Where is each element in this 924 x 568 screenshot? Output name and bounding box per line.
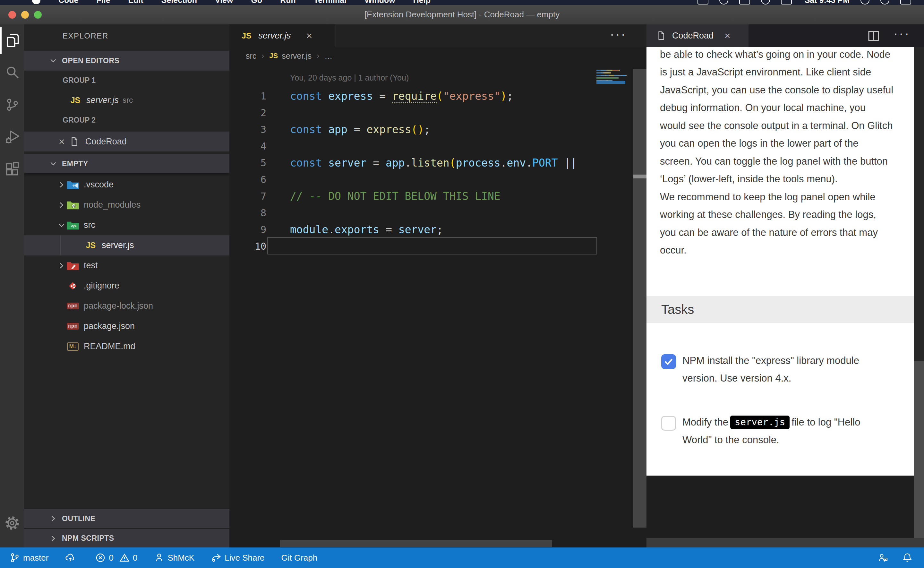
tree-item-src[interactable]: </>src (24, 215, 229, 235)
git-branch-item[interactable]: master (10, 553, 48, 563)
line-number[interactable]: 7 (229, 190, 266, 202)
code-line-9[interactable]: 9module.exports = server; (229, 221, 647, 238)
line-number[interactable]: 2 (229, 107, 266, 118)
npm-scripts-section-header[interactable]: NPM SCRIPTS (24, 529, 229, 547)
line-number[interactable]: 8 (229, 207, 266, 219)
code-line-6[interactable]: 6 (229, 171, 647, 188)
breadcrumb-folder[interactable]: src (246, 51, 256, 60)
menu-clock[interactable]: Sat 9:43 PM (805, 0, 850, 5)
sidebar-title: EXPLORER (63, 32, 109, 41)
open-editor-coderoad[interactable]: × CodeRoad (24, 131, 229, 151)
window-title: [Extension Development Host] - CodeRoad … (0, 5, 924, 24)
feedback-person-icon[interactable] (878, 553, 888, 563)
line-number[interactable]: 5 (229, 157, 266, 168)
problems-item[interactable]: 0 0 (95, 553, 137, 563)
code-line-4[interactable]: 4 (229, 137, 647, 154)
account-item[interactable]: ShMcK (154, 553, 194, 563)
code-line-1[interactable]: 1const express = require("express"); (229, 88, 647, 104)
panel-scrollbar[interactable] (914, 47, 924, 538)
minimap-line (597, 75, 632, 76)
menu-item-view[interactable]: View (215, 0, 233, 5)
code-editor[interactable]: 1const express = require("express");23co… (229, 88, 647, 254)
macos-menu-bar: CodeFileEditSelectionViewGoRunTerminalWi… (0, 0, 924, 5)
folder-section-header[interactable]: EMPTY (24, 154, 229, 173)
menu-item-code[interactable]: Code (59, 0, 78, 5)
menu-item-selection[interactable]: Selection (161, 0, 197, 5)
tree-item--gitignore[interactable]: .gitignore (24, 276, 229, 296)
editor-more-actions-icon[interactable]: ··· (610, 27, 627, 41)
notifications-bell-icon[interactable] (902, 553, 912, 563)
status-icon[interactable] (698, 0, 708, 5)
more-actions-icon[interactable]: ··· (894, 26, 910, 41)
breadcrumb-symbol[interactable]: … (324, 51, 332, 60)
split-editor-icon[interactable] (867, 30, 880, 44)
panel-bottom-strip (647, 538, 924, 547)
menu-item-terminal[interactable]: Terminal (314, 0, 347, 5)
line-number[interactable]: 1 (229, 91, 266, 102)
git-graph-item[interactable]: Git Graph (281, 553, 318, 563)
code-line-5[interactable]: 5const server = app.listen(process.env.P… (229, 154, 647, 171)
code-line-3[interactable]: 3const app = express(); (229, 121, 647, 137)
battery-icon[interactable] (781, 0, 792, 5)
close-icon[interactable]: × (59, 136, 65, 147)
tree-item-label: package.json (84, 321, 135, 331)
apple-logo-icon[interactable] (32, 0, 41, 4)
tree-item-label: node_modules (84, 200, 140, 210)
search-icon[interactable] (0, 56, 24, 89)
editor-panel-sash[interactable] (633, 69, 647, 527)
tab-serverjs[interactable]: JS server.js × (229, 24, 336, 47)
open-editor-serverjs[interactable]: JS server.js src (24, 91, 229, 110)
status-icon[interactable] (739, 0, 750, 5)
tab-coderoad[interactable]: CodeRoad × (647, 24, 749, 47)
scrollbar-thumb[interactable] (633, 175, 647, 178)
tree-item-node-modules[interactable]: JSnode_modules (24, 195, 229, 215)
tree-item-server-js[interactable]: JSserver.js (24, 235, 229, 255)
close-icon[interactable]: × (306, 30, 312, 41)
extensions-icon[interactable] (0, 153, 24, 185)
line-number[interactable]: 10 (229, 241, 266, 252)
tab-label: CodeRoad (672, 31, 713, 41)
task-checkbox[interactable] (661, 354, 676, 369)
menu-item-go[interactable]: Go (251, 0, 262, 5)
tree-item-package-json[interactable]: npmpackage.json (24, 316, 229, 336)
run-debug-icon[interactable] (0, 121, 24, 153)
settings-gear-icon[interactable] (0, 507, 24, 539)
code-line-8[interactable]: 8 (229, 204, 647, 221)
status-icon[interactable] (719, 0, 728, 5)
control-center-icon[interactable] (900, 0, 911, 5)
task-checkbox[interactable] (661, 416, 676, 431)
horizontal-scrollbar[interactable] (280, 540, 552, 547)
siri-icon[interactable] (880, 0, 889, 5)
source-control-icon[interactable] (0, 89, 24, 121)
status-icon[interactable] (761, 0, 770, 5)
publish-changes-icon[interactable] (65, 553, 78, 563)
line-number[interactable]: 4 (229, 140, 266, 152)
code-line-2[interactable]: 2 (229, 104, 647, 121)
code-line-7[interactable]: 7// -- DO NOT EDIT BELOW THIS LINE (229, 188, 647, 204)
menu-item-window[interactable]: Window (365, 0, 395, 5)
tree-item-readme-md[interactable]: M↓README.md (24, 336, 229, 357)
menu-item-edit[interactable]: Edit (128, 0, 143, 5)
menu-item-file[interactable]: File (96, 0, 110, 5)
breadcrumb-file[interactable]: server.js (282, 51, 312, 60)
explorer-icon[interactable] (0, 24, 24, 56)
live-share-item[interactable]: Live Share (211, 553, 264, 563)
line-number[interactable]: 3 (229, 124, 266, 135)
menu-items: CodeFileEditSelectionViewGoRunTerminalWi… (41, 0, 431, 5)
tree-item-package-lock-json[interactable]: npmpackage-lock.json (24, 296, 229, 316)
tree-item-label: .vscode (84, 180, 113, 190)
outline-section-header[interactable]: OUTLINE (24, 509, 229, 528)
editor-group1-label: GROUP 1 (24, 71, 229, 89)
line-number[interactable]: 6 (229, 174, 266, 185)
minimap[interactable] (597, 69, 632, 83)
line-number[interactable]: 9 (229, 224, 266, 235)
menu-item-help[interactable]: Help (413, 0, 431, 5)
code-text: module.exports = server; (266, 224, 443, 236)
tree-item-test[interactable]: test (24, 255, 229, 276)
close-icon[interactable]: × (724, 30, 731, 41)
open-editors-header[interactable]: OPEN EDITORS (24, 51, 229, 71)
tree-item--vscode[interactable]: .vscode (24, 175, 229, 195)
spotlight-icon[interactable] (861, 0, 870, 5)
menu-item-run[interactable]: Run (280, 0, 296, 5)
scrollbar-thumb[interactable] (914, 47, 924, 361)
